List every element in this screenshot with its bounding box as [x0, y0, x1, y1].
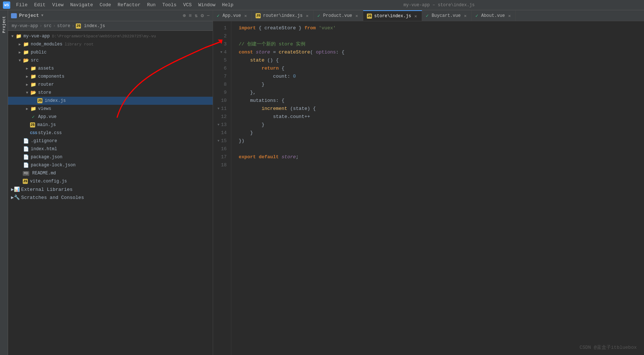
appvue-tab-close[interactable]: ✕ [243, 13, 248, 19]
tree-stylecss[interactable]: CSS style.css [8, 129, 213, 137]
menu-run[interactable]: Run [144, 1, 159, 8]
menu-window[interactable]: Window [196, 1, 219, 8]
code-line-7: count: 0 [239, 73, 637, 81]
tree-node-modules[interactable]: ▶ 📁 node_modules library root [8, 40, 213, 48]
tree-packagelockjson[interactable]: 📄 package-lock.json [8, 161, 213, 169]
menu-bar: WS File Edit View Navigate Code Refactor… [0, 0, 644, 10]
minimize-icon[interactable]: − [207, 13, 210, 19]
product-tab-icon: ✓ [317, 13, 320, 19]
scratches-arrow-icon: ▶ [11, 195, 14, 200]
readmemd-icon: MD [23, 171, 29, 176]
appvue-tab-icon: ✓ [217, 13, 220, 19]
viteconfigjs-label: vite.config.js [30, 179, 67, 184]
tree-store-indexjs[interactable]: JS index.js [8, 97, 213, 105]
menu-navigate[interactable]: Navigate [67, 1, 96, 8]
menu-vcs[interactable]: VCS [180, 1, 194, 8]
menu-file[interactable]: File [13, 1, 30, 8]
line-num-4: ▼4 [213, 48, 227, 56]
packagejson-label: package.json [31, 155, 62, 160]
tab-router-indexjs[interactable]: JS router\index.js ✕ [252, 10, 313, 21]
tree-src[interactable]: ▼ 📂 src [8, 56, 213, 64]
tree-router[interactable]: ▶ 📁 router [8, 81, 213, 89]
editor-tabs: ✓ App.vue ✕ JS router\index.js ✕ ✓ Produ… [213, 10, 644, 21]
gear-icon[interactable]: ⚙ [201, 12, 204, 19]
menu-tools[interactable]: Tools [159, 1, 179, 8]
code-line-1: import { createStore } from 'vuex' [239, 24, 637, 32]
project-label: Project [19, 13, 39, 18]
line-num-16: 16 [213, 145, 227, 153]
breadcrumb-store[interactable]: store [57, 23, 70, 29]
project-panel-header: Project ▼ ⊕ ≡ ⇅ ⚙ − [8, 10, 213, 21]
about-tab-close[interactable]: ✕ [507, 13, 512, 19]
line-num-6: 6 [213, 64, 227, 73]
line-num-3: 3 [213, 40, 227, 48]
tree-assets[interactable]: ▶ 📁 assets [8, 64, 213, 73]
root-arrow-icon: ▼ [10, 34, 15, 38]
locate-icon[interactable]: ⊕ [183, 12, 186, 19]
buycart-tab-close[interactable]: ✕ [463, 13, 468, 19]
expand-icon[interactable]: ⇅ [195, 12, 198, 19]
components-label: components [38, 74, 64, 79]
stylecss-label: style.css [38, 130, 62, 136]
menu-code[interactable]: Code [97, 1, 114, 8]
breadcrumb-root[interactable]: my-vue-app [12, 23, 38, 29]
stylecss-icon: CSS [30, 131, 37, 135]
tab-buycartvue[interactable]: ✓ Buycart.vue ✕ [422, 10, 472, 21]
dropdown-arrow-icon[interactable]: ▼ [41, 14, 44, 18]
menu-help[interactable]: Help [219, 1, 236, 8]
root-path: D:\ProgramWorkSpace\WebStorm\20220725\my… [52, 34, 156, 38]
assets-folder-icon: 📁 [30, 66, 37, 71]
tree-public[interactable]: ▶ 📁 public [8, 48, 213, 56]
collapse-all-icon[interactable]: ≡ [189, 13, 191, 19]
packagelockjson-icon: 📄 [23, 162, 29, 168]
menu-view[interactable]: View [49, 1, 66, 8]
line-num-10: 10 [213, 97, 227, 105]
tree-root[interactable]: ▼ 📁 my-vue-app D:\ProgramWorkSpace\WebSt… [8, 32, 213, 40]
store-tab-close[interactable]: ✕ [413, 13, 418, 19]
code-line-18 [239, 161, 637, 169]
public-folder-icon: 📁 [23, 49, 29, 55]
tree-scratches[interactable]: ▶ 🔧 Scratches and Consoles [8, 193, 213, 201]
breadcrumb-current: index.js [84, 23, 105, 29]
menu-edit[interactable]: Edit [31, 1, 48, 8]
watermark: CSDN @蓝盒子itbluebox [580, 344, 637, 351]
line-num-5: 5 [213, 56, 227, 64]
views-folder-icon: 📁 [30, 106, 37, 112]
packagejson-icon: 📄 [23, 154, 29, 160]
line-num-2: 2 [213, 32, 227, 40]
tab-aboutvue[interactable]: ✓ About.vue ✕ [472, 10, 516, 21]
tree-appvue[interactable]: ✓ App.vue [8, 113, 213, 121]
line-num-18: 18 [213, 161, 227, 169]
tab-store-indexjs[interactable]: JS store\index.js ✕ [363, 10, 422, 21]
tree-mainjs[interactable]: JS main.js [8, 121, 213, 129]
breadcrumb-src[interactable]: src [44, 23, 52, 29]
router-tab-close[interactable]: ✕ [305, 13, 310, 19]
menu-refactor[interactable]: Refactor [115, 1, 143, 8]
code-line-9: }, [239, 89, 637, 97]
line-numbers: 1 2 3 ▼4 5 6 7 8 9 10 ▼11 12 ▼13 14 ▼15 … [213, 21, 231, 355]
tree-views[interactable]: ▶ 📁 views [8, 105, 213, 113]
src-label: src [31, 58, 39, 63]
product-tab-close[interactable]: ✕ [354, 13, 359, 19]
code-area[interactable]: import { createStore } from 'vuex' // 创建… [231, 21, 644, 355]
tree-readmemd[interactable]: MD README.md [8, 169, 213, 177]
tree-packagejson[interactable]: 📄 package.json [8, 153, 213, 161]
tree-store[interactable]: ▼ 📂 store [8, 89, 213, 97]
components-arrow-icon: ▶ [24, 74, 30, 79]
tree-components[interactable]: ▶ 📁 components [8, 73, 213, 81]
tree-viteconfigjs[interactable]: JS vite.config.js [8, 177, 213, 185]
viteconfigjs-icon: JS [23, 179, 28, 184]
project-tab-label[interactable]: Project [1, 13, 7, 36]
node-modules-arrow-icon: ▶ [17, 42, 23, 47]
tab-productvue[interactable]: ✓ Product.vue ✕ [314, 10, 363, 21]
line-num-1: 1 [213, 24, 227, 32]
store-arrow-icon: ▼ [24, 91, 30, 95]
code-line-13: } [239, 121, 637, 129]
tree-gitignore[interactable]: 📄 .gitignore [8, 137, 213, 145]
appvue-tab-label: App.vue [223, 13, 241, 18]
tab-appvue[interactable]: ✓ App.vue ✕ [213, 10, 252, 21]
main-layout: Project Project ▼ ⊕ ≡ ⇅ ⚙ − my-vue-app ›… [0, 10, 644, 355]
tree-indexhtml[interactable]: 📄 index.html [8, 145, 213, 153]
tree-external-libraries[interactable]: ▶ 📊 External Libraries [8, 185, 213, 193]
project-breadcrumb: my-vue-app › src › store › JS index.js [8, 21, 213, 31]
